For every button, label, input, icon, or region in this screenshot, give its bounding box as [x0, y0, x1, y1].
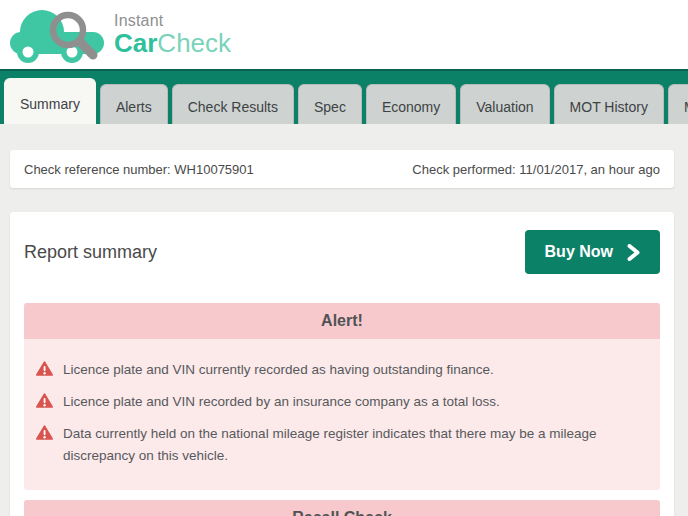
warning-triangle-icon — [36, 393, 53, 413]
car-magnifier-logo-icon — [8, 6, 108, 64]
tab-check-results[interactable]: Check Results — [172, 84, 294, 124]
tab-alerts[interactable]: Alerts — [100, 84, 168, 124]
alert-section-title: Alert! — [321, 312, 363, 330]
check-reference-number: Check reference number: WH10075901 — [24, 162, 254, 177]
tab-valuation[interactable]: Valuation — [460, 84, 549, 124]
page-content: Check reference number: WH10075901 Check… — [0, 124, 688, 516]
buy-now-button[interactable]: Buy Now — [525, 230, 660, 274]
logo: Instant CarCheck — [8, 6, 231, 64]
warning-triangle-icon — [36, 361, 53, 381]
alert-item-text: Data currently held on the national mile… — [59, 423, 640, 466]
brand-wordmark: Instant CarCheck — [114, 13, 231, 56]
check-performed-date: Check performed: 11/01/2017, an hour ago — [412, 162, 660, 177]
recall-section-header: Recall Check — [24, 500, 660, 516]
report-summary-card: Report summary Buy Now Alert! Licence pl… — [10, 212, 674, 516]
warning-triangle-icon — [36, 425, 53, 445]
tab-mileage[interactable]: Mileage — [668, 84, 688, 124]
alert-item-text: Licence plate and VIN recorded by an ins… — [59, 391, 500, 413]
alert-item: Licence plate and VIN recorded by an ins… — [36, 391, 640, 413]
alert-item-text: Licence plate and VIN currently recorded… — [59, 359, 494, 381]
brand-check: Check — [157, 28, 231, 58]
buy-now-label: Buy Now — [545, 243, 613, 261]
tab-economy[interactable]: Economy — [366, 84, 456, 124]
brand-car: Car — [114, 28, 157, 58]
site-header: Instant CarCheck — [0, 0, 688, 69]
brand-line1: Instant — [114, 13, 231, 29]
reference-bar: Check reference number: WH10075901 Check… — [10, 150, 674, 188]
alert-item: Data currently held on the national mile… — [36, 423, 640, 466]
chevron-right-icon — [627, 244, 640, 261]
recall-section-title: Recall Check — [292, 509, 392, 516]
alert-section-header: Alert! — [24, 303, 660, 339]
alert-section-body: Licence plate and VIN currently recorded… — [24, 339, 660, 490]
alert-item: Licence plate and VIN currently recorded… — [36, 359, 640, 381]
report-summary-header: Report summary Buy Now — [24, 230, 660, 274]
tab-bar: Summary Alerts Check Results Spec Econom… — [0, 69, 688, 124]
tab-spec[interactable]: Spec — [298, 84, 362, 124]
tab-summary[interactable]: Summary — [4, 78, 96, 124]
report-summary-title: Report summary — [24, 242, 157, 263]
tab-mot-history[interactable]: MOT History — [554, 84, 664, 124]
